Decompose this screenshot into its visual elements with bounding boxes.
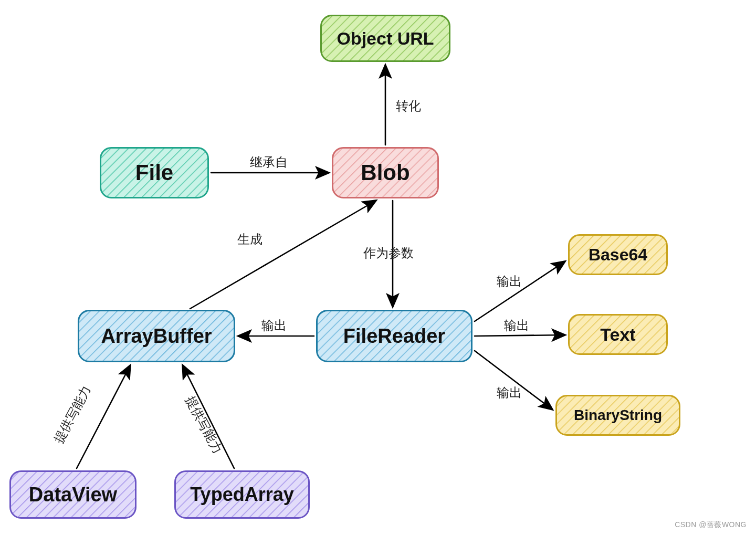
node-label-base64: Base64: [589, 245, 647, 265]
edge-label-fr-binstr: 输出: [497, 384, 522, 401]
edge-label-fr-arraybuf: 输出: [261, 317, 287, 334]
node-label-text: Text: [600, 324, 635, 345]
node-arraybuf: ArrayBuffer: [78, 310, 235, 362]
node-text: Text: [568, 314, 668, 355]
node-objectUrl: Object URL: [320, 15, 450, 62]
node-label-dataview: DataView: [29, 484, 117, 506]
edge-label-arraybuf-blob: 生成: [237, 231, 262, 248]
node-filereader: FileReader: [316, 310, 472, 362]
edge-label-blob-objurl: 转化: [396, 98, 421, 114]
node-binstr: BinaryString: [555, 395, 680, 436]
node-base64: Base64: [568, 234, 668, 275]
edge-label-blob-filereader: 作为参数: [363, 245, 414, 261]
node-blob: Blob: [332, 147, 439, 198]
edge-arraybuf-blob: [190, 201, 376, 309]
node-label-binstr: BinaryString: [574, 407, 662, 424]
node-label-file: File: [135, 160, 173, 185]
node-label-objectUrl: Object URL: [337, 28, 434, 49]
node-label-blob: Blob: [361, 160, 410, 185]
node-dataview: DataView: [9, 470, 136, 519]
edge-dv-arraybuf: [77, 365, 130, 468]
node-file: File: [100, 147, 209, 198]
node-typedarr: TypedArray: [174, 470, 310, 519]
edge-fr-text: [475, 335, 565, 336]
node-label-filereader: FileReader: [343, 325, 445, 348]
edge-fr-base64: [475, 261, 565, 321]
edge-label-fr-text: 输出: [504, 317, 529, 334]
node-label-arraybuf: ArrayBuffer: [101, 325, 212, 348]
watermark: CSDN @蔷薇WONG: [675, 520, 747, 530]
edge-label-file-blob: 继承自: [250, 154, 288, 171]
edge-label-fr-base64: 输出: [497, 273, 522, 290]
node-label-typedarr: TypedArray: [190, 484, 293, 506]
